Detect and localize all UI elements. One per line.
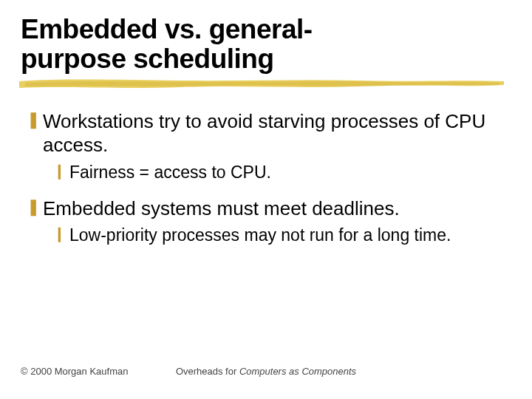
bullet-mark-icon: ❙ <box>53 225 69 243</box>
slide: Embedded vs. general- purpose scheduling… <box>0 0 532 399</box>
bullet-text: Fairness = access to CPU. <box>69 162 271 183</box>
footer-center: Overheads for Computers as Components <box>168 366 364 378</box>
bullet-text: Embedded systems must meet deadlines. <box>43 197 400 221</box>
footer-center-prefix: Overheads for <box>176 366 239 377</box>
bullet-mark-icon: ❚ <box>27 109 43 130</box>
title-underline <box>21 77 511 93</box>
brush-stroke-icon <box>18 78 505 90</box>
title-line-1: Embedded vs. general- <box>21 14 313 44</box>
bullet-level1: ❚ Workstations try to avoid starving pro… <box>27 109 511 157</box>
bullet-text: Low-priority processes may not run for a… <box>69 225 451 246</box>
footer-center-italic: Computers as Components <box>239 366 356 377</box>
bullet-text: Workstations try to avoid starving proce… <box>43 109 497 157</box>
bullet-level1: ❚ Embedded systems must meet deadlines. <box>27 197 511 221</box>
footer: © 2000 Morgan Kaufman Overheads for Comp… <box>21 366 511 378</box>
footer-spacer <box>364 366 511 378</box>
bullet-mark-icon: ❚ <box>27 197 43 217</box>
bullet-mark-icon: ❙ <box>53 162 69 180</box>
copyright-text: © 2000 Morgan Kaufman <box>21 366 168 378</box>
slide-title: Embedded vs. general- purpose scheduling <box>21 15 511 74</box>
bullet-level2: ❙ Low-priority processes may not run for… <box>53 225 511 246</box>
content-area: ❚ Workstations try to avoid starving pro… <box>21 109 511 246</box>
bullet-level2: ❙ Fairness = access to CPU. <box>53 162 511 183</box>
title-line-2: purpose scheduling <box>21 44 274 74</box>
